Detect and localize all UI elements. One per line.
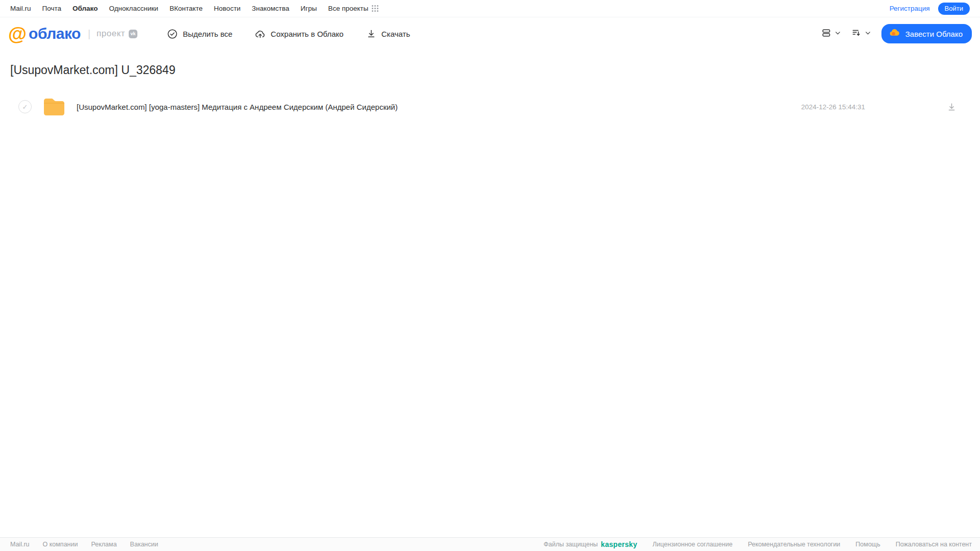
footer-right-links: Файлы защищены kaspersky Лицензионное со… (543, 540, 972, 548)
topnav-item-novosti[interactable]: Новости (214, 5, 241, 12)
vk-badge-icon: vk (129, 30, 137, 38)
select-all-label: Выделить все (183, 30, 232, 38)
topnav-item-igry[interactable]: Игры (301, 5, 317, 12)
cloud-color-icon (889, 27, 900, 40)
file-toolbar: Выделить все Сохранить в Облако Скачать (167, 29, 410, 39)
topnav-item-odnoklassniki[interactable]: Одноклассники (109, 5, 158, 12)
footer-link-company[interactable]: О компании (43, 541, 78, 548)
download-icon (366, 29, 376, 39)
kaspersky-protection: Файлы защищены kaspersky (543, 540, 637, 548)
view-mode-selector[interactable] (821, 28, 841, 40)
topnav-item-all-projects[interactable]: Все проекты (328, 5, 378, 12)
sort-selector[interactable] (851, 28, 871, 40)
topnav-item-vkontakte[interactable]: ВКонтакте (170, 5, 203, 12)
registration-link[interactable]: Регистрация (890, 5, 930, 12)
save-to-cloud-button[interactable]: Сохранить в Облако (255, 29, 344, 39)
apps-grid-icon[interactable] (372, 5, 378, 12)
mailru-at-icon: @ (8, 25, 27, 43)
top-nav-auth: Регистрация Войти (890, 3, 970, 15)
save-to-cloud-label: Сохранить в Облако (271, 30, 344, 38)
row-checkbox[interactable]: ✓ (18, 100, 32, 113)
footer-link-recommendations[interactable]: Рекомендательные технологии (748, 541, 840, 548)
footer-link-report[interactable]: Пожаловаться на контент (896, 541, 972, 548)
footer-link-ads[interactable]: Реклама (91, 541, 116, 548)
chevron-down-icon (834, 29, 841, 38)
download-label: Скачать (381, 30, 410, 38)
kaspersky-logo[interactable]: kaspersky (601, 540, 637, 548)
header-right-controls: Завести Облако (821, 24, 972, 43)
protected-label: Файлы защищены (543, 541, 597, 548)
select-all-button[interactable]: Выделить все (167, 29, 232, 39)
main-content: [UsupovMarket.com] U_326849 ✓ [UsupovMar… (0, 63, 980, 120)
cloud-logo[interactable]: @ облако | проект vk (8, 25, 137, 43)
row-download-icon[interactable] (947, 102, 957, 112)
footer-link-jobs[interactable]: Вакансии (130, 541, 158, 548)
cloud-upload-icon (255, 29, 266, 39)
get-cloud-button[interactable]: Завести Облако (881, 24, 972, 43)
chevron-down-icon (865, 29, 871, 38)
check-circle-icon (167, 29, 178, 39)
footer-bar: Mail.ru О компании Реклама Вакансии Файл… (0, 537, 980, 551)
get-cloud-label: Завести Облако (905, 30, 963, 38)
file-name-link[interactable]: [UsupovMarket.com] [yoga-masters] Медита… (77, 103, 801, 111)
header-bar: @ облако | проект vk Выделить все Сохран… (0, 17, 980, 50)
all-projects-label: Все проекты (328, 5, 368, 12)
file-row[interactable]: ✓ [UsupovMarket.com] [yoga-masters] Меди… (10, 93, 970, 120)
top-nav-links: Mail.ru Почта Облако Одноклассники ВКонт… (10, 5, 378, 12)
footer-link-help[interactable]: Помощь (855, 541, 880, 548)
logo-wordmark: облако (29, 25, 81, 42)
page-title: [UsupovMarket.com] U_326849 (10, 63, 970, 77)
footer-link-mailru[interactable]: Mail.ru (10, 541, 30, 548)
topnav-item-znakomstva[interactable]: Знакомства (252, 5, 289, 12)
sort-icon (851, 28, 862, 40)
topnav-item-oblako[interactable]: Облако (73, 5, 98, 12)
project-label: проект (97, 29, 125, 39)
logo-divider: | (88, 28, 90, 40)
topnav-item-mailru[interactable]: Mail.ru (10, 5, 31, 12)
list-view-icon (821, 28, 831, 40)
download-button[interactable]: Скачать (366, 29, 410, 39)
footer-link-license[interactable]: Лицензионное соглашение (653, 541, 733, 548)
login-button[interactable]: Войти (938, 3, 970, 15)
file-date: 2024-12-26 15:44:31 (801, 103, 865, 111)
topnav-item-pochta[interactable]: Почта (42, 5, 62, 12)
top-nav-bar: Mail.ru Почта Облако Одноклассники ВКонт… (0, 0, 980, 17)
folder-icon[interactable] (43, 98, 65, 116)
footer-left-links: Mail.ru О компании Реклама Вакансии (10, 541, 158, 548)
